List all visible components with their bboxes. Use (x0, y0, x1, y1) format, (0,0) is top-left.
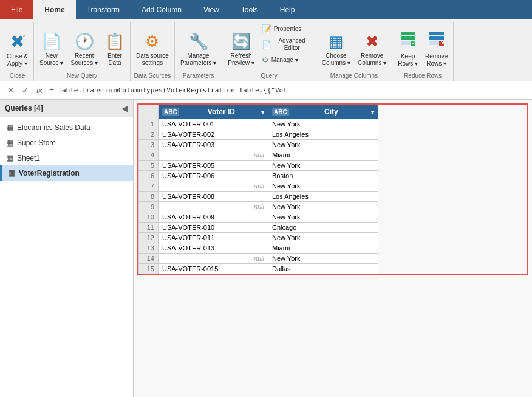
formula-input[interactable] (47, 85, 528, 95)
cell-voter-id: USA-VOTER-006 (159, 171, 268, 181)
formula-cancel-button[interactable]: ✕ (4, 84, 17, 97)
tab-home-label: Home (44, 5, 64, 14)
cell-voter-id: USA-VOTER-009 (159, 212, 268, 223)
col-dropdown-city[interactable]: ▾ (371, 109, 374, 116)
cell-city: Los Angeles (268, 192, 378, 202)
ribbon-group-new-query: 📄 NewSource ▾ 🕐 RecentSources ▾ 📋 EnterD… (34, 22, 131, 81)
ribbon-items-manage-columns: ▦ ChooseColumns ▾ ✖ RemoveColumns ▾ (319, 23, 390, 71)
tab-file-label: File (11, 5, 22, 14)
table-row: 13USA-VOTER-013Miami (139, 243, 378, 254)
sidebar-title: Queries [4] (5, 104, 43, 112)
choose-columns-button[interactable]: ▦ ChooseColumns ▾ (319, 29, 353, 69)
formula-confirm-button[interactable]: ✓ (18, 84, 32, 97)
svg-rect-5 (429, 32, 444, 35)
table-row: 3USA-VOTER-003New York (139, 140, 378, 150)
refresh-preview-button[interactable]: 🔄 RefreshPreview ▾ (225, 29, 257, 69)
svg-rect-1 (401, 36, 415, 40)
sidebar-item-superstore[interactable]: ▦ Super Store (0, 135, 133, 150)
ribbon-group-new-query-label: New Query (36, 71, 128, 81)
tab-transform[interactable]: Transform (76, 0, 131, 19)
sidebar-collapse-button[interactable]: ◀ (121, 103, 128, 113)
keep-rows-icon: ✓ (400, 30, 417, 52)
table-row: 14nullNew York (139, 254, 378, 264)
col-dropdown-voter-id[interactable]: ▾ (261, 109, 264, 116)
tab-bar: File Home Transform Add Column View Tool… (0, 0, 532, 19)
cell-city: New York (268, 254, 378, 264)
table-icon-voter: ▦ (8, 168, 15, 178)
column-header-voter-id[interactable]: ABC Voter ID ▾ (159, 105, 268, 119)
manage-parameters-button[interactable]: 🔧 ManageParameters ▾ (177, 29, 219, 69)
cell-city: Boston (268, 171, 378, 181)
ribbon-group-manage-columns-label: Manage Columns (319, 71, 390, 81)
cell-city: New York (268, 119, 378, 129)
sidebar-item-electronics[interactable]: ▦ Electronics Sales Data (0, 120, 133, 135)
col-name-city: City (292, 108, 371, 116)
cell-voter-id: USA-VOTER-0015 (159, 264, 268, 274)
ribbon-group-reduce-rows: ✓ KeepRows ▾ ✕ R (392, 22, 454, 81)
remove-rows-button[interactable]: ✕ RemoveRows ▾ (422, 29, 451, 69)
cell-city: Miami (268, 150, 378, 161)
tab-tools-label: Tools (241, 5, 258, 14)
ribbon-items-close: ✖ ↙ Close &Apply ▾ (4, 23, 31, 71)
cell-city: New York (268, 202, 378, 212)
row-number: 11 (139, 223, 159, 233)
close-apply-label: Close &Apply ▾ (7, 53, 28, 67)
tab-help[interactable]: Help (269, 0, 306, 19)
close-apply-button[interactable]: ✖ ↙ Close &Apply ▾ (4, 29, 31, 69)
sidebar-header: Queries [4] ◀ (0, 100, 133, 117)
table-row: 8USA-VOTER-008Los Angeles (139, 192, 378, 202)
table-row: 10USA-VOTER-009New York (139, 212, 378, 223)
cell-city: New York (268, 140, 378, 150)
svg-text:✕: ✕ (440, 40, 445, 46)
row-number: 5 (139, 161, 159, 171)
recent-sources-button[interactable]: 🕐 RecentSources ▾ (67, 29, 100, 69)
table-container: ABC Voter ID ▾ ABC City ▾ (134, 100, 532, 279)
enter-data-button[interactable]: 📋 EnterData (102, 29, 128, 69)
tab-transform-label: Transform (87, 5, 120, 14)
table-row: 9nullNew York (139, 202, 378, 212)
ribbon-items-data-sources: ⚙ Data sourcesettings (133, 23, 172, 71)
properties-button[interactable]: 📝 Properties (259, 23, 313, 35)
advanced-editor-button[interactable]: 📄 Advanced Editor (259, 36, 313, 53)
ribbon-group-parameters: 🔧 ManageParameters ▾ Parameters (175, 22, 222, 81)
ribbon-group-manage-columns: ▦ ChooseColumns ▾ ✖ RemoveColumns ▾ Mana… (316, 22, 393, 81)
advanced-editor-icon: 📄 (262, 40, 271, 49)
sidebar-item-voter[interactable]: ▦ VoterRegistration (0, 165, 133, 181)
manage-icon: ⚙ (262, 55, 269, 64)
choose-columns-icon: ▦ (329, 32, 344, 51)
main-area: Queries [4] ◀ ▦ Electronics Sales Data ▦… (0, 100, 532, 397)
tab-home[interactable]: Home (33, 0, 75, 19)
cell-voter-id: null (159, 181, 268, 192)
cell-city: Los Angeles (268, 129, 378, 140)
table-row: 4nullMiami (139, 150, 378, 161)
tab-view[interactable]: View (193, 0, 230, 19)
cell-city: New York (268, 161, 378, 171)
sidebar-item-sheet1[interactable]: ▦ Sheet1 (0, 150, 133, 165)
tab-tools[interactable]: Tools (230, 0, 269, 19)
ribbon-groups: ✖ ↙ Close &Apply ▾ Close 📄 NewSource ▾ 🕐… (0, 19, 532, 81)
cell-city: New York (268, 212, 378, 223)
data-table: ABC Voter ID ▾ ABC City ▾ (138, 105, 378, 274)
header-row: ABC Voter ID ▾ ABC City ▾ (139, 105, 378, 119)
cell-city: New York (268, 181, 378, 192)
cell-voter-id: null (159, 150, 268, 161)
tab-add-column[interactable]: Add Column (131, 0, 193, 19)
remove-rows-svg: ✕ (428, 30, 445, 47)
cell-voter-id: USA-VOTER-003 (159, 140, 268, 150)
keep-rows-button[interactable]: ✓ KeepRows ▾ (395, 29, 421, 69)
cell-voter-id: USA-VOTER-008 (159, 192, 268, 202)
remove-rows-icon: ✕ (428, 30, 445, 52)
ribbon-group-query-label: Query (225, 71, 313, 81)
row-number: 3 (139, 140, 159, 150)
cell-city: Dallas (268, 264, 378, 274)
ribbon-group-close: ✖ ↙ Close &Apply ▾ Close (1, 22, 34, 81)
column-header-city[interactable]: ABC City ▾ (268, 105, 378, 119)
ribbon-group-close-label: Close (4, 71, 31, 81)
manage-button[interactable]: ⚙ Manage ▾ (259, 54, 313, 66)
data-source-settings-button[interactable]: ⚙ Data sourcesettings (133, 29, 172, 69)
ribbon-group-reduce-rows-label: Reduce Rows (395, 71, 451, 81)
new-source-button[interactable]: 📄 NewSource ▾ (36, 29, 66, 69)
properties-icon: 📝 (262, 24, 271, 33)
remove-columns-button[interactable]: ✖ RemoveColumns ▾ (355, 29, 389, 69)
tab-file[interactable]: File (0, 0, 33, 19)
